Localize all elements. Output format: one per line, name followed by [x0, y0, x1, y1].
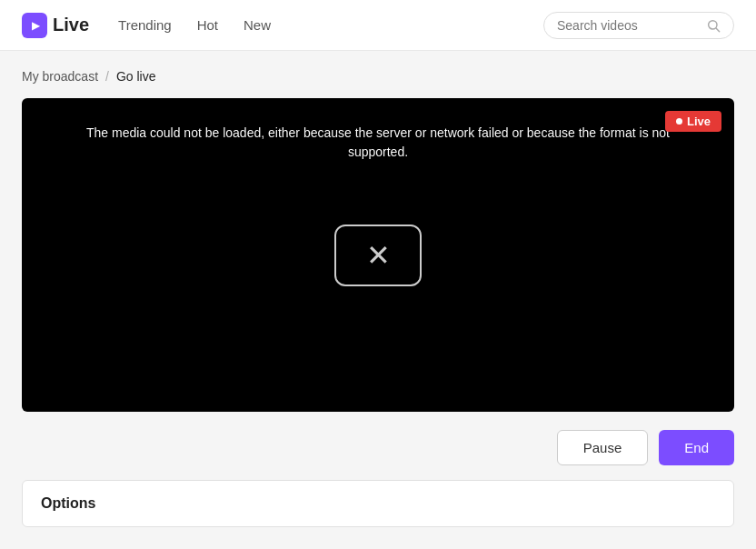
search-input[interactable]: [557, 18, 699, 33]
nav-new[interactable]: New: [244, 17, 271, 33]
nav-trending[interactable]: Trending: [118, 17, 172, 33]
breadcrumb-parent[interactable]: My broadcast: [22, 69, 98, 84]
nav: Trending Hot New: [118, 17, 271, 33]
logo-text: Live: [53, 15, 89, 35]
logo[interactable]: Live: [22, 13, 89, 38]
pause-button[interactable]: Pause: [557, 430, 649, 465]
search-icon: [706, 18, 721, 33]
live-dot: [676, 118, 682, 125]
options-title: Options: [41, 495, 95, 511]
svg-line-1: [716, 28, 720, 32]
header: Live Trending Hot New: [0, 0, 756, 51]
live-badge: Live: [665, 111, 721, 132]
logo-icon: [22, 13, 47, 38]
main-content: My broadcast / Go live The media could n…: [0, 51, 756, 545]
breadcrumb-separator: /: [105, 69, 109, 84]
x-icon: ✕: [366, 238, 391, 273]
search-box: [543, 12, 734, 39]
breadcrumb-current: Go live: [116, 69, 156, 84]
nav-hot[interactable]: Hot: [197, 17, 218, 33]
video-controls: Pause End: [22, 430, 734, 465]
end-button[interactable]: End: [659, 430, 734, 465]
video-error-icon: ✕: [334, 225, 422, 286]
options-panel: Options: [22, 480, 734, 527]
video-error-message: The media could not be loaded, either be…: [22, 124, 734, 162]
breadcrumb: My broadcast / Go live: [22, 69, 734, 84]
video-player: The media could not be loaded, either be…: [22, 98, 734, 412]
live-badge-text: Live: [687, 115, 711, 128]
